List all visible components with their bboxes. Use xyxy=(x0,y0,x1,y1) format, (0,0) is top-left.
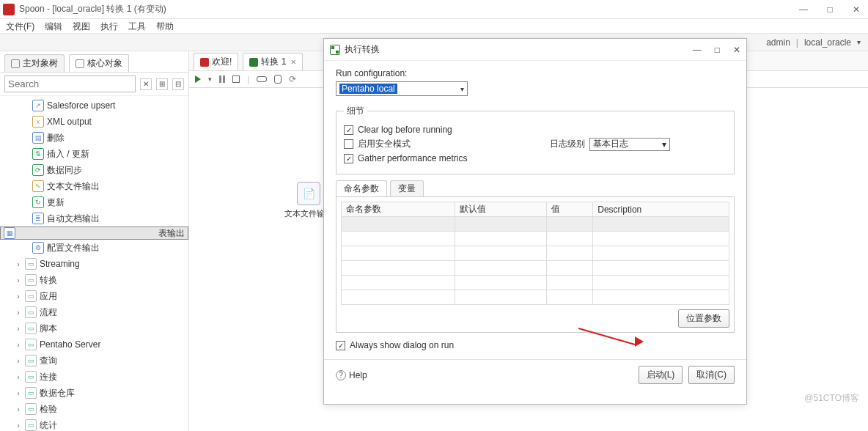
annotation-arrow-icon xyxy=(635,336,644,347)
table-row[interactable] xyxy=(342,290,729,305)
menu-view[interactable]: 视图 xyxy=(73,21,90,32)
th-value[interactable]: 值 xyxy=(546,202,593,217)
welcome-icon xyxy=(200,58,209,67)
step-icon: ✎ xyxy=(32,180,44,192)
th-default[interactable]: 默认值 xyxy=(455,202,547,217)
run-dialog: 执行转换 — □ ✕ Run configuration: Pentaho lo… xyxy=(323,38,747,405)
stop-icon[interactable] xyxy=(232,75,240,83)
tree-item[interactable]: ↻更新 xyxy=(0,194,188,210)
table-row[interactable] xyxy=(342,232,729,246)
help-button[interactable]: ?Help xyxy=(336,370,367,380)
tree-item[interactable]: xXML output xyxy=(0,114,188,130)
log-level-select[interactable]: 基本日志▾ xyxy=(589,138,670,151)
menu-tools[interactable]: 工具 xyxy=(128,21,146,32)
tree-item[interactable]: ⚙配置文件输出 xyxy=(0,240,188,256)
step-icon: ⚙ xyxy=(32,242,44,254)
tree-folder[interactable]: ›▭转换 xyxy=(0,272,188,288)
tree-item[interactable]: ≣自动文档输出 xyxy=(0,210,188,226)
tree-folder[interactable]: ›▭流程 xyxy=(0,304,188,320)
search-clear-icon[interactable]: ✕ xyxy=(140,78,152,90)
pause-icon[interactable] xyxy=(219,75,225,83)
tree-folder-label: 连接 xyxy=(40,371,57,383)
window-close-button[interactable]: ✕ xyxy=(852,5,861,14)
chevron-right-icon: › xyxy=(15,405,22,413)
th-name[interactable]: 命名参数 xyxy=(342,202,455,217)
tree-folder-label: 流程 xyxy=(40,306,57,319)
cancel-button[interactable]: 取消(C) xyxy=(688,366,735,384)
position-params-button[interactable]: 位置参数 xyxy=(678,309,729,328)
chevron-right-icon: › xyxy=(15,389,22,397)
tree-item[interactable]: ⟳数据同步 xyxy=(0,162,188,178)
tree-folder[interactable]: ›▭连接 xyxy=(0,369,188,385)
dialog-close-button[interactable]: ✕ xyxy=(733,45,740,55)
expand-all-icon[interactable]: ⊞ xyxy=(156,78,168,90)
chevron-right-icon: › xyxy=(15,373,22,381)
collapse-all-icon[interactable]: ⊟ xyxy=(172,78,184,90)
tab-close-icon[interactable]: ✕ xyxy=(290,58,296,66)
tab-welcome[interactable]: 欢迎! xyxy=(194,53,238,70)
tree-folder[interactable]: ›▭查询 xyxy=(0,353,188,369)
run-icon[interactable] xyxy=(195,75,201,83)
checkbox-clear-log-label: Clear log before running xyxy=(358,125,452,135)
th-description[interactable]: Description xyxy=(593,202,729,217)
checkbox-always-show-label: Always show dialog on run xyxy=(350,340,454,350)
tab-named-params[interactable]: 命名参数 xyxy=(336,180,387,196)
tree-item[interactable]: ▤删除 xyxy=(0,130,188,146)
table-row[interactable] xyxy=(342,246,729,261)
window-minimize-button[interactable]: — xyxy=(799,5,808,14)
tree-item[interactable]: ⇅插入 / 更新 xyxy=(0,146,188,162)
launch-button[interactable]: 启动(L) xyxy=(639,366,683,384)
folder-icon: ▭ xyxy=(25,339,37,350)
dialog-icon xyxy=(330,45,340,55)
tree-folder[interactable]: ›▭数据仓库 xyxy=(0,385,188,401)
run-config-combo[interactable]: Pentaho local ▾ xyxy=(336,81,468,96)
log-level-label: 日志级别 xyxy=(550,138,585,150)
tab-variables[interactable]: 变量 xyxy=(390,180,424,196)
step-icon: ⟳ xyxy=(32,164,44,176)
tree-folder[interactable]: ›▭检验 xyxy=(0,401,188,417)
menu-edit[interactable]: 编辑 xyxy=(45,21,62,32)
checkbox-clear-log[interactable]: ✓ xyxy=(344,125,353,135)
menu-file[interactable]: 文件(F) xyxy=(6,21,34,32)
tree-folder-label: Streaming xyxy=(40,259,80,269)
menu-help[interactable]: 帮助 xyxy=(156,21,174,32)
tree-folder[interactable]: ›▭应用 xyxy=(0,288,188,304)
tree-folder[interactable]: ›▭Pentaho Server xyxy=(0,336,188,353)
dialog-maximize-button[interactable]: □ xyxy=(715,45,720,55)
tree-folder[interactable]: ›▭脚本 xyxy=(0,320,188,336)
tree-folder-label: 统计 xyxy=(40,419,57,432)
run-dropdown-icon[interactable]: ▾ xyxy=(208,75,212,83)
step-icon: ↻ xyxy=(32,196,44,208)
tree-folder[interactable]: ›▭Streaming xyxy=(0,256,188,272)
tree-item-label: 更新 xyxy=(47,196,65,209)
step-icon: ⇅ xyxy=(32,148,44,160)
checkbox-safe-mode[interactable] xyxy=(344,139,353,149)
debug-icon[interactable] xyxy=(274,75,282,84)
tree-item[interactable]: ↗Salesforce upsert xyxy=(0,97,188,114)
tree-item-table-output[interactable]: ▦表输出 xyxy=(0,226,188,240)
table-row[interactable] xyxy=(342,276,729,290)
checkbox-always-show[interactable]: ✓ xyxy=(336,341,345,350)
folder-icon: ▭ xyxy=(25,371,37,383)
folder-icon: ▭ xyxy=(25,258,37,270)
tree-folder-label: 应用 xyxy=(40,290,57,303)
tree-folder[interactable]: ›▭统计 xyxy=(0,417,188,431)
tab-trans-1[interactable]: 转换 1✕ xyxy=(243,53,303,70)
tree-item-label: 表输出 xyxy=(158,227,185,240)
steps-tree: ↗Salesforce upsert xXML output ▤删除 ⇅插入 /… xyxy=(0,96,188,431)
tab-core-objects[interactable]: 核心对象 xyxy=(69,54,129,72)
tree-folder-label: 数据仓库 xyxy=(40,387,75,399)
checkbox-gather-perf[interactable]: ✓ xyxy=(344,154,353,163)
search-input[interactable] xyxy=(4,75,136,92)
table-row[interactable] xyxy=(342,261,729,276)
tree-folder-label: 转换 xyxy=(40,274,57,287)
tree-item[interactable]: ✎文本文件输出 xyxy=(0,178,188,194)
table-row[interactable] xyxy=(342,217,729,232)
dialog-minimize-button[interactable]: — xyxy=(693,45,702,55)
preview-icon[interactable] xyxy=(257,76,267,82)
identity-chevron-icon[interactable]: ▾ xyxy=(857,38,861,46)
tab-main-tree[interactable]: 主对象树 xyxy=(4,54,65,72)
menu-run[interactable]: 执行 xyxy=(100,21,118,32)
replay-icon[interactable]: ⟳ xyxy=(289,74,296,84)
window-maximize-button[interactable]: □ xyxy=(825,5,834,14)
